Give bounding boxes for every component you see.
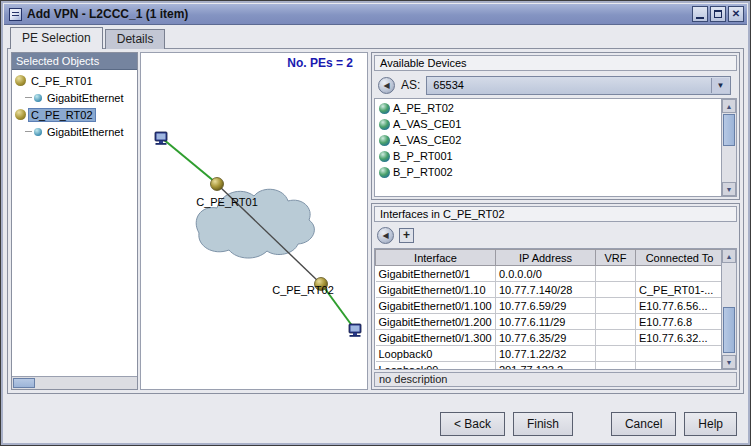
device-list-item[interactable]: A_PE_RT02	[375, 100, 721, 116]
tree-node-label: C_PE_RT02	[29, 109, 95, 121]
selected-objects-panel: Selected Objects C_PE_RT01GigabitEtherne…	[11, 52, 138, 390]
interface-cell: 10.77.1.22/32	[496, 346, 596, 362]
horizontal-scrollbar[interactable]	[12, 376, 137, 389]
minimize-button[interactable]	[692, 6, 708, 22]
scrollbar-thumb[interactable]	[723, 307, 735, 353]
interface-icon	[34, 94, 42, 102]
tree-interface-label: GigabitEthernet	[45, 92, 125, 104]
interface-row[interactable]: GigabitEthernet0/1.20010.77.6.11/29E10.7…	[376, 314, 722, 330]
host-icon-1[interactable]	[155, 132, 167, 145]
tab-details[interactable]: Details	[105, 29, 166, 49]
topology-canvas[interactable]: No. PEs = 2	[140, 52, 368, 390]
devices-scrollbar[interactable]: ▲ ▼	[721, 99, 736, 196]
available-devices-group: Available Devices ◀ AS: 65534 ▼ A_PE_RT0…	[371, 52, 740, 200]
link-ce1-pe1	[163, 139, 215, 182]
interface-row[interactable]: Loopback99201.77.123.2	[376, 362, 722, 370]
interface-cell: 10.77.6.35/29	[496, 330, 596, 346]
interface-cell: GigabitEthernet0/1.200	[376, 314, 496, 330]
interface-cell: E10.77.6.32...	[636, 330, 722, 346]
selected-objects-tree: C_PE_RT01GigabitEthernetC_PE_RT02Gigabit…	[12, 71, 137, 376]
interfaces-header: Interfaces in C_PE_RT02	[374, 206, 737, 222]
interface-cell: E10.77.6.8	[636, 314, 722, 330]
router-label-1: C_PE_RT01	[196, 196, 258, 208]
device-list-item[interactable]: A_VAS_CE02	[375, 132, 721, 148]
close-button[interactable]: ✕	[728, 6, 744, 22]
interfaces-scrollbar[interactable]: ▲ ▼	[721, 249, 736, 369]
tree-interface-node[interactable]: GigabitEthernet	[12, 123, 137, 140]
back-arrow-button[interactable]: ◀	[377, 227, 394, 244]
interface-cell: Loopback99	[376, 362, 496, 370]
scroll-up-icon[interactable]: ▲	[722, 249, 736, 263]
add-interface-button[interactable]: +	[399, 228, 414, 243]
column-header-ip-address[interactable]: IP Address	[496, 250, 596, 266]
combo-dropdown-icon[interactable]: ▼	[711, 78, 729, 93]
tree-connector	[25, 131, 32, 132]
interface-cell	[596, 330, 636, 346]
scroll-up-icon[interactable]: ▲	[722, 99, 736, 113]
pe-count-label: No. PEs = 2	[287, 56, 353, 70]
window-controls: ✕	[692, 6, 744, 22]
cancel-button[interactable]: Cancel	[611, 412, 676, 436]
tree-node-c-pe-rt02[interactable]: C_PE_RT02	[12, 106, 137, 123]
finish-button[interactable]: Finish	[513, 412, 573, 436]
as-value: 65534	[433, 79, 464, 91]
interface-cell	[596, 314, 636, 330]
scrollbar-thumb[interactable]	[723, 114, 735, 146]
as-combobox[interactable]: 65534 ▼	[426, 76, 731, 95]
back-button[interactable]: < Back	[440, 412, 505, 436]
minimize-icon	[696, 17, 704, 19]
device-list-item[interactable]: B_P_RT001	[375, 148, 721, 164]
router-label-2: C_PE_RT02	[272, 284, 334, 296]
tree-node-c-pe-rt01[interactable]: C_PE_RT01	[12, 72, 137, 89]
interfaces-toolbar: ◀ +	[372, 224, 739, 246]
device-label: A_VAS_CE01	[393, 118, 461, 130]
tree-interface-label: GigabitEthernet	[45, 126, 125, 138]
interface-cell: GigabitEthernet0/1.300	[376, 330, 496, 346]
tab-pe-selection[interactable]: PE Selection	[10, 27, 103, 49]
right-column: Available Devices ◀ AS: 65534 ▼ A_PE_RT0…	[371, 52, 740, 390]
device-list-item[interactable]: A_VAS_CE01	[375, 116, 721, 132]
interface-row[interactable]: Loopback010.77.1.22/32	[376, 346, 722, 362]
interface-cell	[636, 266, 722, 282]
interface-cell: C_PE_RT01-...	[636, 282, 722, 298]
scrollbar-thumb[interactable]	[13, 378, 35, 388]
device-icon	[379, 167, 390, 178]
interface-cell: GigabitEthernet0/1	[376, 266, 496, 282]
interface-row[interactable]: GigabitEthernet0/10.0.0.0/0	[376, 266, 722, 282]
device-label: A_PE_RT02	[393, 102, 454, 114]
column-header-vrf[interactable]: VRF	[596, 250, 636, 266]
router-node-1[interactable]	[211, 178, 224, 191]
available-devices-header: Available Devices	[374, 55, 737, 71]
as-row: ◀ AS: 65534 ▼	[372, 73, 739, 97]
interface-cell: 10.77.6.59/29	[496, 298, 596, 314]
tab-bar: PE Selection Details	[10, 27, 167, 49]
device-icon	[379, 151, 390, 162]
tree-interface-node[interactable]: GigabitEthernet	[12, 89, 137, 106]
host-icon-2[interactable]	[349, 324, 361, 337]
column-header-connected-to[interactable]: Connected To	[636, 250, 722, 266]
interfaces-table: InterfaceIP AddressVRFConnected To Gigab…	[375, 249, 721, 369]
interface-row[interactable]: GigabitEthernet0/1.10010.77.6.59/29E10.7…	[376, 298, 722, 314]
scroll-down-icon[interactable]: ▼	[722, 182, 736, 196]
interface-cell	[596, 298, 636, 314]
device-icon	[379, 103, 390, 114]
help-button[interactable]: Help	[684, 412, 737, 436]
column-header-interface[interactable]: Interface	[376, 250, 496, 266]
maximize-button[interactable]	[710, 6, 726, 22]
interface-row[interactable]: GigabitEthernet0/1.30010.77.6.35/29E10.7…	[376, 330, 722, 346]
scroll-down-icon[interactable]: ▼	[722, 355, 736, 369]
add-vpn-dialog: Add VPN - L2CCC_1 (1 item) ✕ PE Selectio…	[0, 0, 751, 446]
interfaces-table-container: InterfaceIP AddressVRFConnected To Gigab…	[374, 248, 737, 370]
titlebar[interactable]: Add VPN - L2CCC_1 (1 item) ✕	[4, 4, 747, 25]
topology-svg: C_PE_RT01 C_PE_RT02	[141, 53, 367, 389]
window-title: Add VPN - L2CCC_1 (1 item)	[27, 7, 692, 21]
interfaces-table-viewport: InterfaceIP AddressVRFConnected To Gigab…	[375, 249, 721, 369]
interface-cell: GigabitEthernet0/1.10	[376, 282, 496, 298]
device-list-container: A_PE_RT02A_VAS_CE01A_VAS_CE02B_P_RT001B_…	[374, 98, 737, 197]
interface-cell: 10.77.6.11/29	[496, 314, 596, 330]
device-list-item[interactable]: B_P_RT002	[375, 164, 721, 180]
interface-row[interactable]: GigabitEthernet0/1.1010.77.7.140/28C_PE_…	[376, 282, 722, 298]
prev-arrow-button[interactable]: ◀	[378, 77, 395, 94]
tree-node-label: C_PE_RT01	[29, 75, 95, 87]
dialog-buttons: < Back Finish Cancel Help	[440, 412, 737, 436]
